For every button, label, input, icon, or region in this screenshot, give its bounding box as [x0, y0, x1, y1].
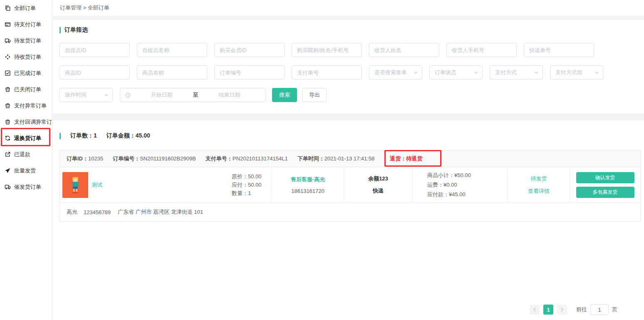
payable-price: 应付：50.00 [232, 181, 272, 189]
confirm-shipment-button[interactable]: 确认发货 [576, 172, 634, 183]
service-cell: 售后客服-高光 18613161720 [272, 167, 344, 202]
first-order-select[interactable]: 是否搜索首单 [369, 65, 422, 80]
sidebar-item-callback-error[interactable]: 支付回调异常订单 [0, 114, 52, 130]
next-page-button[interactable] [557, 305, 567, 315]
buyer-nickname-input[interactable] [292, 43, 362, 57]
chevron-right-icon [560, 308, 564, 312]
order-time-label: 下单时间： [297, 155, 324, 162]
order-state: 待发货 [531, 175, 547, 182]
pickup-name-input[interactable] [137, 43, 207, 57]
sidebar-item-refunded[interactable]: 已退款 [0, 146, 52, 162]
pickup-id-input[interactable] [59, 43, 130, 57]
select-placeholder: 是否搜索首单 [374, 69, 407, 76]
order-number-input[interactable] [214, 65, 285, 80]
actions-cell: 确认发货 多包裹发货 [570, 167, 640, 202]
payment-sn-label: 支付单号： [206, 155, 233, 162]
page-label: 页 [612, 306, 617, 313]
sidebar-item-closed[interactable]: 已关闭订单 [0, 81, 52, 98]
totals-cell: 商品小计：¥50.00 运费：¥0.00 应付款：¥45.00 [412, 167, 508, 202]
sidebar-item-label: 退换货订单 [14, 135, 41, 142]
chevron-down-icon [534, 70, 539, 75]
chevron-down-icon [594, 70, 599, 75]
prev-page-button[interactable] [530, 305, 540, 315]
consignee-phone-input[interactable] [446, 43, 517, 57]
sidebar-item-label: 支付回调异常订单 [14, 118, 52, 126]
copy-icon [5, 5, 11, 11]
filter-row-2: 是否搜索首单 订单状态 支付方式 支付方式组 [59, 65, 644, 80]
buyer-member-id-input[interactable] [214, 43, 285, 57]
export-button[interactable]: 导出 [302, 88, 327, 102]
share-icon [5, 151, 11, 158]
basket-icon [5, 119, 11, 125]
select-placeholder: 操作时间 [65, 91, 87, 99]
sidebar-item-payment-error[interactable]: 支付异常订单 [0, 98, 52, 114]
sidebar-item-label: 已退款 [14, 151, 30, 158]
filter-row-3: 操作时间 开始日期 至 结束日期 搜索 导出 [59, 88, 644, 102]
goto-page-input[interactable] [590, 304, 609, 315]
sidebar-item-batch-shipment[interactable]: 批量发货 [0, 162, 52, 179]
sidebar-item-pending-payment[interactable]: 待支付订单 [0, 16, 52, 32]
sidebar-item-pending-receipt[interactable]: 待收货订单 [0, 49, 52, 65]
shipping-method: 快递 [373, 187, 384, 195]
sidebar-item-completed[interactable]: 已完成订单 [0, 65, 52, 81]
sidebar-item-label: 催发货订单 [14, 183, 41, 191]
order-status-select[interactable]: 订单状态 [429, 65, 483, 80]
shipping-fee: 运费：¥0.00 [427, 180, 457, 190]
cartoon-character-icon [69, 176, 82, 194]
search-button[interactable]: 搜索 [272, 88, 297, 102]
sidebar-item-label: 已完成订单 [14, 70, 41, 77]
goto-label: 前往 [576, 306, 587, 313]
order-header: 订单ID：10235 订单编号：SN2011191602B2909B 支付单号：… [60, 150, 640, 167]
payment-number-input[interactable] [292, 65, 362, 80]
chevron-down-icon [474, 70, 478, 75]
order-card: 订单ID：10235 订单编号：SN2011191602B2909B 支付单号：… [59, 150, 641, 222]
filter-title: 订单筛选 [59, 26, 644, 34]
multi-package-shipment-button[interactable]: 多包裹发货 [576, 187, 634, 198]
page-1-button[interactable]: 1 [543, 305, 553, 315]
truck-icon [5, 38, 11, 44]
section-accent-bar [59, 27, 61, 33]
basket-icon [5, 102, 11, 109]
product-id-input[interactable] [59, 65, 130, 80]
order-count: 订单数：1 [70, 132, 97, 140]
date-range-picker[interactable]: 开始日期 至 结束日期 [120, 88, 266, 102]
product-name-input[interactable] [137, 65, 207, 80]
product-cell: 测试 原价：50.00 应付：50.00 数量：1 [60, 167, 272, 202]
tracking-number-input[interactable] [524, 43, 594, 57]
sidebar-item-urge-shipment[interactable]: 催发货订单 [0, 179, 52, 195]
goto-page: 前往 页 [576, 304, 617, 315]
chevron-down-icon [104, 93, 109, 98]
sidebar-item-label: 支付异常订单 [14, 102, 47, 110]
payment-group-select[interactable]: 支付方式组 [550, 65, 603, 80]
breadcrumb: 订单管理 > 全部订单 [53, 0, 644, 16]
sidebar-item-label: 待支付订单 [14, 21, 41, 28]
sidebar-item-returns[interactable]: 退换货订单 [0, 130, 52, 146]
sidebar-item-pending-shipment[interactable]: 待发货订单 [0, 32, 52, 49]
payment-sn: 支付单号：PN20210113174154L1 [206, 155, 288, 162]
payment-sn-value: PN20210113174154L1 [233, 155, 288, 162]
payment-cell: 余额123 快递 [344, 167, 412, 202]
filter-row-1 [59, 43, 644, 57]
paper-plane-icon [5, 168, 11, 174]
product-name-link[interactable]: 测试 [92, 181, 102, 189]
time-type-select[interactable]: 操作时间 [59, 88, 113, 102]
status-cell: 待发货 查看详情 [508, 167, 570, 202]
order-time-value: 2021-01-13 17:41:58 [324, 155, 375, 162]
address-row: 高光 123456789 广东省 广州市 荔湾区 龙津街道 101 [60, 202, 640, 221]
four-diamond-icon [5, 54, 11, 60]
sidebar-item-all-orders[interactable]: 全部订单 [0, 0, 52, 16]
product-image[interactable] [62, 172, 88, 198]
view-details-link[interactable]: 查看详情 [528, 188, 550, 195]
sidebar-item-label: 批量发货 [14, 167, 36, 175]
consignee-name-input[interactable] [369, 43, 439, 57]
payment-method-select[interactable]: 支付方式 [490, 65, 543, 80]
payment-method: 余额123 [368, 175, 388, 182]
sidebar-item-label: 待收货订单 [14, 53, 41, 61]
consignee-name: 高光 [67, 208, 77, 216]
order-time: 下单时间：2021-01-13 17:41:58 [297, 155, 375, 162]
service-agent-phone: 18613161720 [291, 188, 324, 194]
basket-icon [5, 86, 11, 92]
chevron-down-icon [414, 70, 418, 75]
main-area: 订单管理 > 全部订单 订单筛选 是否搜索首单 订单状态 [53, 0, 644, 320]
truck-icon [5, 184, 11, 190]
